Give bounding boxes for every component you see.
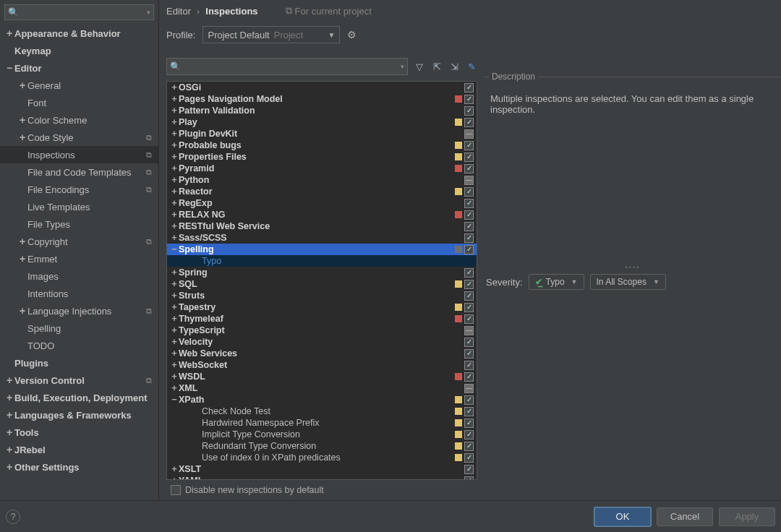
expand-toggle[interactable]: +: [170, 280, 179, 288]
inspection-checkbox[interactable]: [464, 187, 474, 197]
severity-select[interactable]: ✔̲ Typo ▼: [529, 274, 584, 290]
inspection-tapestry[interactable]: +Tapestry: [167, 301, 477, 313]
expand-toggle[interactable]: +: [17, 115, 27, 125]
inspection-thymeleaf[interactable]: +Thymeleaf: [167, 313, 477, 325]
inspection-pages-navigation-model[interactable]: +Pages Navigation Model: [167, 93, 477, 105]
breadcrumb-editor[interactable]: Editor: [166, 6, 191, 17]
inspection-checkbox[interactable]: [464, 349, 474, 359]
sidebar-item-general[interactable]: +General: [0, 77, 158, 94]
inspection-checkbox[interactable]: [464, 106, 474, 116]
inspection-osgi[interactable]: +OSGi: [167, 82, 477, 93]
sidebar-item-emmet[interactable]: +Emmet: [0, 250, 158, 267]
sidebar-item-images[interactable]: Images: [0, 267, 158, 285]
disable-new-checkbox[interactable]: [171, 485, 181, 495]
collapse-all-icon[interactable]: ⇲: [448, 61, 460, 72]
inspection-web-services[interactable]: +Web Services: [167, 348, 477, 359]
sidebar-item-live-templates[interactable]: Live Templates: [0, 198, 158, 215]
inspection-spring[interactable]: +Spring: [167, 267, 477, 278]
expand-toggle[interactable]: −: [170, 395, 179, 404]
inspection-implicit-type-conversion[interactable]: Implicit Type Conversion: [167, 429, 477, 440]
inspection-checkbox[interactable]: [464, 164, 474, 173]
apply-button[interactable]: Apply: [719, 507, 775, 526]
expand-toggle[interactable]: +: [170, 384, 179, 392]
expand-toggle[interactable]: +: [170, 106, 179, 115]
expand-toggle[interactable]: +: [170, 199, 179, 207]
inspection-typo[interactable]: Typo: [167, 255, 477, 267]
inspection-redundant-type-conversion[interactable]: Redundant Type Conversion: [167, 440, 477, 452]
inspection-checkbox[interactable]: [464, 430, 474, 439]
expand-toggle[interactable]: +: [170, 268, 179, 277]
inspection-checkbox[interactable]: [464, 176, 474, 185]
expand-toggle[interactable]: +: [170, 153, 179, 161]
expand-toggle[interactable]: +: [170, 291, 179, 300]
scope-select[interactable]: In All Scopes ▼: [590, 274, 666, 290]
expand-toggle[interactable]: +: [170, 233, 179, 242]
expand-toggle[interactable]: +: [4, 462, 14, 472]
expand-toggle[interactable]: +: [170, 349, 179, 358]
expand-toggle[interactable]: +: [170, 210, 179, 219]
gear-icon[interactable]: ⚙: [347, 29, 357, 40]
expand-toggle[interactable]: +: [170, 338, 179, 346]
expand-toggle[interactable]: +: [17, 306, 27, 316]
inspection-checkbox[interactable]: [464, 419, 474, 428]
expand-toggle[interactable]: +: [170, 222, 179, 231]
sidebar-item-todo[interactable]: TODO: [0, 337, 158, 354]
inspection-plugin-devkit[interactable]: +Plugin DevKit: [167, 128, 477, 140]
inspection-checkbox[interactable]: [464, 291, 474, 301]
sidebar-item-file-and-code-templates[interactable]: File and Code Templates⧉: [0, 163, 158, 181]
expand-toggle[interactable]: +: [4, 375, 14, 385]
expand-toggle[interactable]: −: [4, 63, 14, 73]
inspection-xpath[interactable]: −XPath: [167, 394, 477, 406]
expand-toggle[interactable]: +: [170, 303, 179, 312]
inspection-checkbox[interactable]: [464, 129, 474, 139]
expand-toggle[interactable]: +: [170, 141, 179, 150]
inspections-tree[interactable]: +OSGi+Pages Navigation Model+Pattern Val…: [166, 81, 477, 480]
expand-toggle[interactable]: +: [170, 95, 179, 103]
inspection-checkbox[interactable]: [464, 384, 474, 393]
expand-toggle[interactable]: +: [170, 129, 179, 138]
inspection-reactor[interactable]: +Reactor: [167, 186, 477, 197]
sidebar-item-keymap[interactable]: Keymap: [0, 42, 158, 59]
settings-tree[interactable]: +Appearance & BehaviorKeymap−Editor+Gene…: [0, 25, 158, 500]
help-button[interactable]: ?: [6, 510, 20, 524]
sidebar-item-jrebel[interactable]: +JRebel: [0, 441, 158, 458]
splitter-grip[interactable]: ••••: [485, 265, 781, 270]
inspection-yaml[interactable]: +YAML: [167, 475, 477, 480]
inspection-checkbox[interactable]: [464, 222, 474, 231]
expand-toggle[interactable]: +: [170, 372, 179, 381]
inspection-checkbox[interactable]: [464, 280, 474, 289]
inspection-hardwired-namespace-prefix[interactable]: Hardwired Namespace Prefix: [167, 417, 477, 429]
ok-button[interactable]: OK: [594, 507, 651, 526]
expand-toggle[interactable]: +: [170, 465, 179, 473]
inspections-search[interactable]: 🔍 ▾: [166, 58, 408, 75]
inspection-xslt[interactable]: +XSLT: [167, 463, 477, 475]
cancel-button[interactable]: Cancel: [657, 507, 713, 526]
inspection-checkbox[interactable]: [464, 314, 474, 324]
inspection-checkbox[interactable]: [464, 372, 474, 382]
expand-toggle[interactable]: +: [17, 132, 27, 142]
inspection-check-node-test[interactable]: Check Node Test: [167, 406, 477, 417]
sidebar-item-file-encodings[interactable]: File Encodings⧉: [0, 181, 158, 198]
profile-select[interactable]: Project Default Project ▼: [202, 26, 340, 43]
inspection-wsdl[interactable]: +WSDL: [167, 371, 477, 382]
expand-toggle[interactable]: +: [170, 361, 179, 369]
inspection-checkbox[interactable]: [464, 453, 474, 463]
sidebar-item-plugins[interactable]: Plugins: [0, 354, 158, 372]
inspection-velocity[interactable]: +Velocity: [167, 336, 477, 348]
inspection-checkbox[interactable]: [464, 442, 474, 451]
sidebar-item-color-scheme[interactable]: +Color Scheme: [0, 111, 158, 129]
inspection-checkbox[interactable]: [464, 95, 474, 104]
inspection-use-of-index-0-in-xpath-predicates[interactable]: Use of index 0 in XPath predicates: [167, 452, 477, 463]
inspection-pattern-validation[interactable]: +Pattern Validation: [167, 105, 477, 116]
sidebar-item-inspections[interactable]: Inspections⧉: [0, 146, 158, 163]
expand-toggle[interactable]: +: [4, 445, 14, 455]
sidebar-item-build-execution-deployment[interactable]: +Build, Execution, Deployment: [0, 389, 158, 406]
inspection-checkbox[interactable]: [464, 245, 474, 254]
sidebar-item-file-types[interactable]: File Types: [0, 215, 158, 233]
expand-toggle[interactable]: +: [170, 118, 179, 126]
inspection-sass-scss[interactable]: +Sass/SCSS: [167, 232, 477, 244]
inspection-checkbox[interactable]: [464, 153, 474, 162]
inspection-struts[interactable]: +Struts: [167, 290, 477, 301]
expand-toggle[interactable]: +: [170, 314, 179, 323]
inspection-probable-bugs[interactable]: +Probable bugs: [167, 140, 477, 151]
